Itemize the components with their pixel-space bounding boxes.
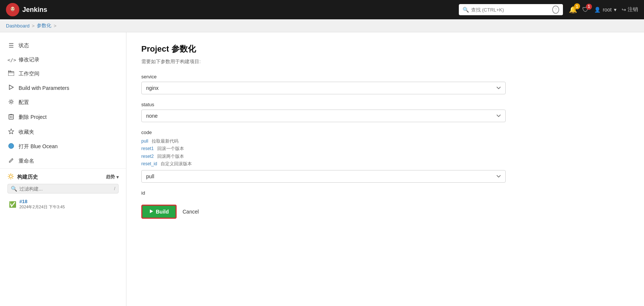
service-select[interactable]: nginx apache tomcat: [141, 82, 506, 94]
cancel-button-label: Cancel: [183, 209, 199, 215]
build-history-header: 构建历史 趋势 ▾: [7, 173, 119, 181]
user-name: root: [603, 7, 612, 13]
sidebar-item-workspace[interactable]: 工作空间: [0, 67, 126, 81]
page-subtitle: 需要如下参数用于构建项目:: [141, 58, 629, 65]
notifications-badge: 1: [574, 3, 580, 9]
security-icon[interactable]: 🛡 1: [582, 6, 589, 14]
trend-chevron-icon: ▾: [116, 175, 119, 180]
logout-icon: ↪: [622, 7, 626, 13]
build-number-link[interactable]: #18: [19, 199, 28, 204]
jenkins-icon: [6, 3, 19, 16]
sidebar-item-build-with-params-label: Build with Parameters: [19, 85, 69, 91]
svg-rect-4: [8, 72, 14, 76]
code-help-pull-key: pull: [141, 137, 148, 145]
build-history-section: 构建历史 趋势 ▾ 🔍 / ✅ #18 2024年2月24日 下午3:45: [0, 168, 126, 215]
status-label: status: [141, 102, 629, 107]
code-help-text: pull 拉取最新代码 reset1 回滚一个版本 reset2 回滚两个版本 …: [141, 137, 629, 168]
build-with-params-icon: [7, 85, 15, 91]
code-help-pull-desc: 拉取最新代码: [151, 137, 178, 145]
sidebar-item-config-label: 配置: [19, 99, 29, 106]
jenkins-logo[interactable]: Jenkins: [6, 3, 47, 16]
svg-point-3: [13, 8, 14, 9]
build-history-sun-icon: [7, 173, 14, 181]
sidebar-item-status-label: 状态: [19, 42, 29, 49]
sidebar-item-status[interactable]: ☰ 状态: [0, 38, 126, 53]
blue-ocean-icon: [7, 143, 15, 150]
build-success-icon: ✅: [9, 201, 16, 208]
filter-search-icon: 🔍: [11, 186, 17, 192]
build-play-icon: [149, 209, 154, 215]
search-input[interactable]: [471, 7, 549, 13]
logout-label: 注销: [628, 6, 638, 13]
main-content: Project 参数化 需要如下参数用于构建项目: service nginx …: [126, 32, 644, 306]
svg-marker-8: [9, 129, 14, 134]
svg-point-9: [9, 143, 14, 149]
search-icon: 🔍: [463, 7, 469, 13]
logout-button[interactable]: ↪ 注销: [622, 6, 638, 13]
form-actions: Build Cancel: [141, 205, 629, 219]
id-label: id: [141, 190, 629, 196]
code-help-resetid-key: reset_id: [141, 160, 157, 167]
trend-label: 趋势: [106, 174, 115, 180]
svg-point-10: [9, 175, 12, 178]
sidebar-item-rename-label: 重命名: [19, 158, 34, 165]
status-section: status none start stop restart: [141, 102, 629, 122]
workspace-icon: [7, 71, 15, 77]
status-icon: ☰: [7, 42, 15, 49]
filter-slash-icon: /: [114, 186, 115, 191]
changelog-icon: </>: [7, 57, 15, 63]
sidebar: ☰ 状态 </> 修改记录 工作空间 Build with Parameters…: [0, 32, 126, 306]
sidebar-item-favorites[interactable]: 收藏夹: [0, 125, 126, 139]
code-help-reset2-desc: 回滚两个版本: [156, 153, 184, 160]
header-icons: 🔔 1 🛡 1 👤 root ▾ ↪ 注销: [569, 6, 638, 14]
filter-build-input[interactable]: [19, 186, 94, 192]
svg-point-2: [12, 8, 12, 9]
breadcrumb-project[interactable]: 参数化: [37, 22, 51, 29]
sidebar-item-blue-ocean[interactable]: 打开 Blue Ocean: [0, 139, 126, 154]
sidebar-item-delete-label: 删除 Project: [19, 114, 46, 121]
config-icon: [7, 99, 15, 106]
build-date: 2024年2月24日 下午3:45: [19, 204, 65, 210]
sidebar-item-delete[interactable]: 删除 Project: [0, 110, 126, 125]
breadcrumb: Dashboard > 参数化 >: [0, 19, 644, 32]
sidebar-item-changelog[interactable]: </> 修改记录: [0, 53, 126, 67]
build-history-title: 构建历史: [17, 174, 38, 180]
delete-icon: [7, 114, 15, 121]
notifications-icon[interactable]: 🔔 1: [569, 6, 577, 14]
rename-icon: [7, 158, 15, 165]
sidebar-item-rename[interactable]: 重命名: [0, 154, 126, 168]
code-help-reset2-key: reset2: [141, 153, 154, 160]
service-section: service nginx apache tomcat: [141, 74, 629, 94]
main-layout: ☰ 状态 </> 修改记录 工作空间 Build with Parameters…: [0, 32, 644, 306]
breadcrumb-sep-1: >: [32, 23, 35, 29]
security-badge: 1: [586, 4, 592, 10]
breadcrumb-dashboard[interactable]: Dashboard: [6, 23, 30, 29]
breadcrumb-sep-2: >: [54, 23, 57, 29]
code-label: code: [141, 130, 629, 135]
sidebar-item-config[interactable]: 配置: [0, 95, 126, 110]
search-bar: 🔍 ?: [459, 4, 563, 15]
header-title: Jenkins: [22, 6, 47, 14]
sidebar-item-workspace-label: 工作空间: [19, 71, 39, 77]
svg-rect-7: [9, 115, 13, 119]
svg-point-6: [10, 101, 12, 103]
id-section: id: [141, 190, 629, 196]
user-menu-chevron-icon: ▾: [614, 7, 616, 13]
trend-button[interactable]: 趋势 ▾: [106, 174, 119, 180]
build-info: #18 2024年2月24日 下午3:45: [19, 199, 65, 210]
code-select[interactable]: pull reset1 reset2 reset_id: [141, 170, 506, 183]
cancel-button[interactable]: Cancel: [181, 206, 200, 218]
status-select[interactable]: none start stop restart: [141, 110, 506, 122]
build-button[interactable]: Build: [141, 205, 177, 219]
svg-marker-11: [150, 209, 153, 213]
user-menu[interactable]: 👤 root ▾: [594, 7, 616, 13]
code-help-reset1-desc: 回滚一个版本: [156, 145, 184, 152]
header: Jenkins 🔍 ? 🔔 1 🛡 1 👤 root ▾ ↪ 注销: [0, 0, 644, 19]
search-help-icon[interactable]: ?: [552, 6, 559, 14]
sidebar-item-favorites-label: 收藏夹: [19, 129, 34, 136]
user-avatar-icon: 👤: [594, 7, 600, 13]
sidebar-item-changelog-label: 修改记录: [19, 56, 39, 63]
service-label: service: [141, 74, 629, 79]
sidebar-item-blue-ocean-label: 打开 Blue Ocean: [19, 143, 58, 150]
sidebar-item-build-with-params[interactable]: Build with Parameters: [0, 81, 126, 95]
